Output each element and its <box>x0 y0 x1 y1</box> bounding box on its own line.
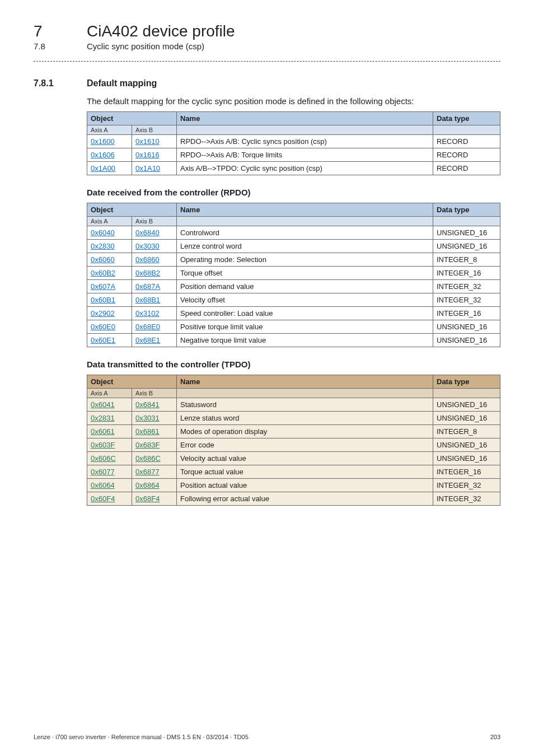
subsection-number: 7.8 <box>34 41 87 51</box>
data-type: RECORD <box>433 135 500 148</box>
data-type: UNSIGNED_16 <box>433 438 500 452</box>
object-link-axis-b[interactable]: 0x6840 <box>135 228 160 237</box>
object-link-axis-a[interactable]: 0x6041 <box>91 400 115 409</box>
tpdo-heading: Data transmitted to the controller (TPDO… <box>87 360 500 369</box>
object-link-axis-b[interactable]: 0x6864 <box>135 481 160 489</box>
data-type: UNSIGNED_16 <box>433 226 500 240</box>
object-link-axis-a[interactable]: 0x6077 <box>91 468 115 476</box>
object-name: RPDO-->Axis A/B: Cyclic syncs position (… <box>177 135 433 148</box>
data-type: INTEGER_16 <box>433 267 500 280</box>
table-row: 0x16060x1616RPDO-->Axis A/B: Torque limi… <box>87 148 500 162</box>
col-name: Name <box>177 112 433 125</box>
object-link-axis-b[interactable]: 0x1610 <box>135 137 160 146</box>
col-axis-a: Axis A <box>87 217 132 226</box>
object-link-axis-a[interactable]: 0x60E0 <box>91 323 115 331</box>
table-row: 0x60B20x68B2Torque offsetINTEGER_16 <box>87 267 500 280</box>
object-link-axis-a[interactable]: 0x6064 <box>91 481 115 489</box>
table-row: 0x1A000x1A10Axis A/B-->TPDO: Cyclic sync… <box>87 162 500 175</box>
object-link-axis-a[interactable]: 0x60B2 <box>91 269 115 277</box>
object-link-axis-a[interactable]: 0x603F <box>91 441 115 449</box>
object-link-axis-b[interactable]: 0x68F4 <box>135 494 160 503</box>
object-link-axis-b[interactable]: 0x68E0 <box>135 323 160 331</box>
chapter-title: CiA402 device profile <box>87 22 235 40</box>
table-row: 0x28310x3031Lenze status wordUNSIGNED_16 <box>87 412 500 425</box>
footer-page-number: 203 <box>490 734 500 740</box>
table-row: 0x60B10x68B1Velocity offsetINTEGER_32 <box>87 293 500 307</box>
object-name: Lenze control word <box>177 240 433 253</box>
object-link-axis-b[interactable]: 0x3031 <box>135 414 160 422</box>
data-type: INTEGER_8 <box>433 425 500 438</box>
object-link-axis-a[interactable]: 0x1600 <box>91 137 115 146</box>
object-link-axis-a[interactable]: 0x607A <box>91 282 115 291</box>
col-object: Object <box>87 203 177 217</box>
data-type: UNSIGNED_16 <box>433 452 500 465</box>
object-link-axis-a[interactable]: 0x2831 <box>91 414 115 422</box>
data-type: UNSIGNED_16 <box>433 398 500 412</box>
col-axis-b: Axis B <box>132 217 177 226</box>
object-link-axis-a[interactable]: 0x60E1 <box>91 336 115 344</box>
object-name: Velocity offset <box>177 293 433 307</box>
col-object: Object <box>87 375 177 389</box>
object-link-axis-b[interactable]: 0x3030 <box>135 242 160 250</box>
object-link-axis-b[interactable]: 0x1A10 <box>135 164 160 172</box>
section-title: Default mapping <box>87 78 157 88</box>
object-link-axis-a[interactable]: 0x1606 <box>91 151 115 159</box>
data-type: INTEGER_32 <box>433 479 500 492</box>
rpdo-heading: Date received from the controller (RPDO) <box>87 188 500 197</box>
col-axis-a: Axis A <box>87 389 132 398</box>
object-link-axis-a[interactable]: 0x1A00 <box>91 164 115 172</box>
col-axis-b: Axis B <box>132 125 177 135</box>
object-link-axis-a[interactable]: 0x606C <box>91 454 116 463</box>
data-type: RECORD <box>433 148 500 162</box>
table-row: 0x606C0x686CVelocity actual valueUNSIGNE… <box>87 452 500 465</box>
table-row: 0x60410x6841StatuswordUNSIGNED_16 <box>87 398 500 412</box>
table-row: 0x29020x3102Speed controller: Load value… <box>87 307 500 320</box>
object-link-axis-b[interactable]: 0x6860 <box>135 255 160 264</box>
tpdo-table: Object Name Data type Axis A Axis B 0x60… <box>87 375 500 506</box>
object-link-axis-b[interactable]: 0x3102 <box>135 309 160 318</box>
object-link-axis-b[interactable]: 0x68B1 <box>135 296 160 304</box>
col-datatype: Data type <box>433 203 500 217</box>
object-link-axis-b[interactable]: 0x686C <box>135 454 161 463</box>
data-type: UNSIGNED_16 <box>433 412 500 425</box>
object-name: Positive torque limit value <box>177 320 433 334</box>
object-link-axis-a[interactable]: 0x2902 <box>91 309 115 318</box>
table-row: 0x60640x6864Position actual valueINTEGER… <box>87 479 500 492</box>
data-type: INTEGER_32 <box>433 492 500 506</box>
object-name: Error code <box>177 438 433 452</box>
table-row: 0x60E00x68E0Positive torque limit valueU… <box>87 320 500 334</box>
table-row: 0x607A0x687APosition demand valueINTEGER… <box>87 280 500 293</box>
object-link-axis-a[interactable]: 0x6060 <box>91 255 115 264</box>
col-name: Name <box>177 203 433 217</box>
subsection-title: Cyclic sync position mode (csp) <box>87 41 204 51</box>
intro-text: The default mapping for the cyclic sync … <box>87 96 500 106</box>
object-link-axis-b[interactable]: 0x6861 <box>135 427 160 436</box>
col-datatype: Data type <box>433 112 500 125</box>
object-link-axis-a[interactable]: 0x6040 <box>91 228 115 237</box>
object-link-axis-b[interactable]: 0x683F <box>135 441 160 449</box>
object-link-axis-b[interactable]: 0x68B2 <box>135 269 160 277</box>
table-row: 0x60770x6877Torque actual valueINTEGER_1… <box>87 465 500 479</box>
object-name: Operating mode: Selection <box>177 253 433 267</box>
object-link-axis-b[interactable]: 0x68E1 <box>135 336 160 344</box>
object-link-axis-b[interactable]: 0x6841 <box>135 400 160 409</box>
object-link-axis-a[interactable]: 0x6061 <box>91 427 115 436</box>
object-link-axis-a[interactable]: 0x60B1 <box>91 296 115 304</box>
col-axis-b: Axis B <box>132 389 177 398</box>
object-link-axis-b[interactable]: 0x1616 <box>135 151 160 159</box>
object-name: Statusword <box>177 398 433 412</box>
object-link-axis-a[interactable]: 0x2830 <box>91 242 115 250</box>
object-link-axis-b[interactable]: 0x6877 <box>135 468 160 476</box>
data-type: UNSIGNED_16 <box>433 240 500 253</box>
object-name: Speed controller: Load value <box>177 307 433 320</box>
object-link-axis-a[interactable]: 0x60F4 <box>91 494 115 503</box>
data-type: UNSIGNED_16 <box>433 320 500 334</box>
object-name: Position actual value <box>177 479 433 492</box>
data-type: UNSIGNED_16 <box>433 334 500 347</box>
table-row: 0x60600x6860Operating mode: SelectionINT… <box>87 253 500 267</box>
object-name: Velocity actual value <box>177 452 433 465</box>
table-row: 0x16000x1610RPDO-->Axis A/B: Cyclic sync… <box>87 135 500 148</box>
object-name: Torque actual value <box>177 465 433 479</box>
object-name: Negative torque limit value <box>177 334 433 347</box>
object-link-axis-b[interactable]: 0x687A <box>135 282 160 291</box>
